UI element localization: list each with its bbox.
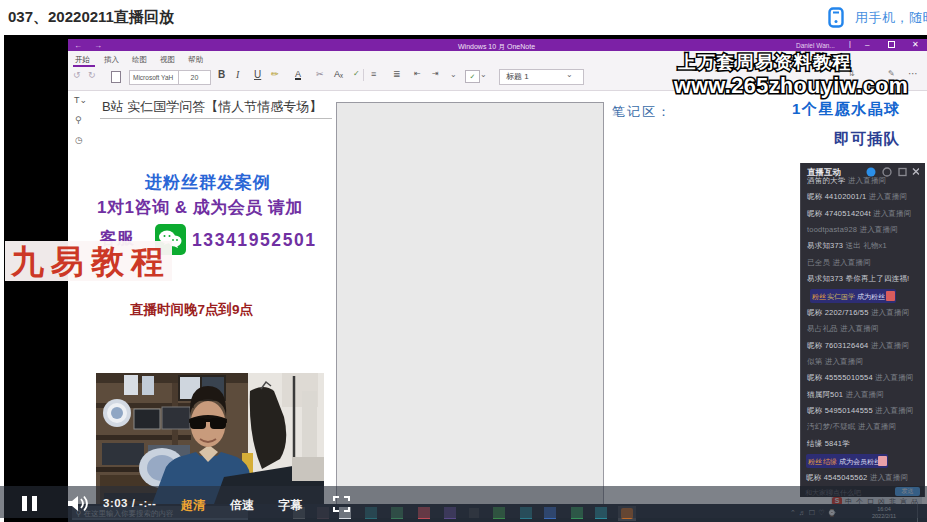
svg-text:上万套周易资料教程: 上万套周易资料教程 [677,52,852,72]
svg-text:www.265zhouyiw.com: www.265zhouyiw.com [673,74,908,98]
